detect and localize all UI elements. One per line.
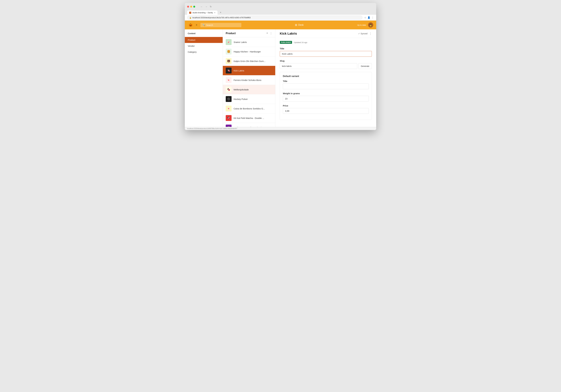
- lock-icon: 🔒: [189, 17, 192, 19]
- product-items: 🍬 Snører Lakris 🍔 Happy Kitchen - Hambur…: [223, 37, 275, 127]
- url-text: localhost:3333/desk/product;9e2a73f1-d97…: [192, 17, 251, 19]
- product-item-kick[interactable]: 🍫 Kick Lakris: [223, 66, 275, 75]
- product-thumb: 🍬: [226, 77, 232, 83]
- product-thumb: 🍬: [226, 39, 232, 45]
- uptodate-badge: Up to date: [357, 24, 366, 26]
- sidebar-item-vendor[interactable]: Vendor: [185, 43, 223, 49]
- product-item-hockey[interactable]: ⚫ Hockey Pulver: [223, 94, 275, 104]
- tab-close-button[interactable]: ✕: [214, 12, 216, 14]
- back-button[interactable]: ←: [200, 5, 203, 9]
- updated-text: Updated 2d ago: [294, 41, 307, 43]
- browser-tab-active[interactable]: S studio-branding – Sanity ✕: [187, 11, 217, 15]
- product-thumb: 🍫: [226, 68, 232, 74]
- variant-title-input[interactable]: [283, 84, 369, 89]
- title-field-label: Title: [280, 47, 372, 50]
- browser-controls: ← → ↻: [187, 5, 374, 9]
- synced-label: Synced: [361, 32, 367, 35]
- slug-field-label: Slug: [280, 60, 372, 62]
- product-name: Caixa de Bombons Sortidos G...: [234, 107, 265, 110]
- topbar-add-button[interactable]: +: [196, 23, 197, 27]
- product-name: Hockey Pulver: [234, 98, 248, 100]
- tab-favicon: S: [189, 12, 191, 14]
- topbar: 🎃 + 🔍 Search ⊞ Desk Up to date 👩: [185, 21, 376, 29]
- profile-icon[interactable]: 👤: [367, 16, 370, 19]
- desk-label: Desk: [298, 24, 303, 26]
- topbar-search[interactable]: 🔍 Search: [200, 23, 241, 27]
- product-item-caixa[interactable]: 🍬 Caixa de Bombons Sortidos G...: [223, 104, 275, 113]
- detail-header: Kick Lakris ✓ Synced ⋮: [280, 29, 372, 38]
- synced-check-icon: ✓: [358, 32, 360, 35]
- address-field[interactable]: 🔒 localhost:3333/desk/product;9e2a73f1-d…: [187, 16, 362, 20]
- product-item-snorer[interactable]: 🍬 Snører Lakris: [223, 37, 275, 47]
- synced-badge: ✓ Synced: [358, 32, 367, 35]
- slug-row: Generate: [280, 63, 372, 69]
- new-tab-button[interactable]: +: [218, 10, 223, 15]
- product-thumb: 🍫: [226, 87, 232, 93]
- panel-actions: + ⋮: [266, 32, 272, 35]
- product-name: Kick Lakris: [234, 69, 244, 72]
- address-bar: 🔒 localhost:3333/desk/product;9e2a73f1-d…: [185, 15, 376, 21]
- price-label: Price: [283, 105, 369, 107]
- search-label: Search: [206, 24, 213, 26]
- browser-window: ← → ↻ S studio-branding – Sanity ✕ + 🔒 l…: [185, 3, 376, 130]
- desk-nav[interactable]: ⊞ Desk: [295, 23, 303, 27]
- bookmark-icon[interactable]: ☆: [364, 16, 366, 19]
- detail-menu-button[interactable]: ⋮: [369, 32, 372, 35]
- published-badge: PUBLISHED: [280, 41, 292, 44]
- default-variant-title: Default variant: [283, 75, 369, 78]
- published-row: PUBLISHED Updated 2d ago: [280, 41, 372, 44]
- close-button[interactable]: [187, 6, 189, 8]
- detail-panel: Kick Lakris ✓ Synced ⋮ PUBLISHED Updated…: [275, 29, 376, 127]
- forward-button[interactable]: →: [205, 5, 208, 9]
- product-thumb: 🐨: [226, 125, 232, 127]
- product-item-ferrero[interactable]: 🍬 Ferrero Kinder Schoko-Bons: [223, 75, 275, 85]
- statusbar-url: localhost:3333/desk/product;b090788a-9c9…: [187, 128, 237, 129]
- sidebar-item-category[interactable]: Category: [185, 49, 223, 55]
- topbar-center: ⊞ Desk: [244, 23, 355, 27]
- weight-input[interactable]: [283, 96, 369, 102]
- app-logo[interactable]: 🎃: [188, 22, 193, 28]
- minimize-button[interactable]: [190, 6, 192, 8]
- browser-titlebar: ← → ↻ S studio-branding – Sanity ✕ +: [185, 3, 376, 15]
- add-product-button[interactable]: +: [266, 32, 268, 35]
- panel-title: Product: [226, 32, 266, 35]
- topbar-right: Up to date 👩: [357, 22, 373, 28]
- product-item-happy[interactable]: 🍔 Happy Kitchen - Hamburger: [223, 47, 275, 56]
- browser-actions: ☆ 👤 ⋮: [364, 16, 374, 19]
- main-layout: Content Product Vendor Category Product …: [185, 29, 376, 127]
- product-thumb: 🍫: [226, 115, 232, 121]
- statusbar: localhost:3333/desk/product;b090788a-9c9…: [185, 127, 376, 130]
- sidebar-item-product[interactable]: Product: [185, 37, 223, 43]
- tabs-bar: S studio-branding – Sanity ✕ +: [187, 10, 374, 15]
- product-thumb: 🐻: [226, 58, 232, 64]
- product-name: Happy Kitchen - Hamburger: [234, 50, 261, 53]
- product-name: Kit Kat Petit Matcha - Double ...: [234, 117, 264, 119]
- product-name: Ferrero Kinder Schoko-Bons: [234, 79, 261, 81]
- generate-button[interactable]: Generate: [358, 63, 372, 69]
- slug-input[interactable]: [280, 63, 357, 69]
- product-thumb: 🍬: [226, 106, 232, 111]
- weight-label: Weight in grams: [283, 92, 369, 95]
- product-name: Katjes Grün-Ohr Bärchen Gum...: [234, 60, 265, 62]
- maximize-button[interactable]: [193, 6, 195, 8]
- tab-title: studio-branding – Sanity: [192, 11, 213, 14]
- browser-menu-icon[interactable]: ⋮: [372, 16, 374, 19]
- refresh-button[interactable]: ↻: [209, 5, 212, 9]
- panel-header: Product + ⋮: [223, 29, 275, 37]
- product-item-cadbury[interactable]: 🐨 Cadbury Caramello Koala Shar...: [223, 123, 275, 127]
- price-input[interactable]: [283, 108, 369, 114]
- product-item-melke[interactable]: 🍫 Melkesjokolade: [223, 85, 275, 94]
- product-name: Melkesjokolade: [234, 88, 249, 91]
- sidebar-title: Content: [185, 32, 223, 37]
- detail-title: Kick Lakris: [280, 32, 358, 35]
- product-list-panel: Product + ⋮ 🍬 Snører Lakris 🍔 Happy Kitc…: [223, 29, 275, 127]
- variant-title-label: Title: [283, 80, 369, 82]
- product-item-kitkat[interactable]: 🍫 Kit Kat Petit Matcha - Double ...: [223, 113, 275, 123]
- app-content: 🎃 + 🔍 Search ⊞ Desk Up to date 👩 Content: [185, 21, 376, 130]
- user-avatar[interactable]: 👩: [368, 22, 373, 28]
- default-variant-section: Default variant Title Weight in grams Pr…: [280, 72, 372, 120]
- title-input[interactable]: [280, 51, 372, 57]
- product-item-katjes[interactable]: 🐻 Katjes Grün-Ohr Bärchen Gum...: [223, 56, 275, 66]
- product-thumb: 🍔: [226, 49, 232, 54]
- product-list-menu-button[interactable]: ⋮: [270, 32, 272, 35]
